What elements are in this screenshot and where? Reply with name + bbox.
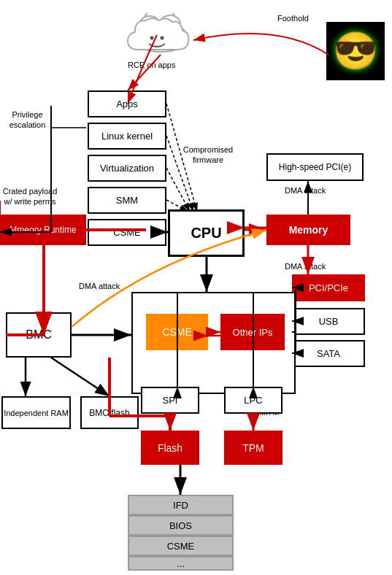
svg-point-11 bbox=[161, 36, 164, 40]
lpc-box: LPC bbox=[224, 387, 283, 414]
memory-runtime-box: Mmeory Runtime bbox=[0, 215, 86, 245]
bios-box: BIOS bbox=[128, 515, 234, 536]
high-speed-pci-box: High-speed PCI(e) bbox=[266, 153, 364, 181]
apps-box: Apps bbox=[88, 90, 166, 117]
bmc-box: BMC bbox=[6, 312, 72, 358]
memory-box: Memory bbox=[266, 215, 350, 245]
other-ips-box: Other IPs bbox=[220, 314, 285, 350]
usb-box: USB bbox=[292, 308, 365, 335]
svg-line-45 bbox=[51, 358, 109, 396]
cpu-box: CPU bbox=[168, 209, 245, 257]
dma-attack-pci-label: DMA attack bbox=[285, 261, 326, 271]
dma-attack-bmc-label: DMA attack bbox=[79, 281, 120, 291]
compromised-firmware-label: Compromisedfirmware bbox=[175, 144, 241, 166]
foothold-label: Foothold bbox=[277, 13, 309, 23]
svg-line-22 bbox=[166, 168, 190, 212]
dma-attack-memory-label: DMA attack bbox=[285, 185, 326, 196]
csme-top-box: CSME bbox=[88, 219, 166, 246]
csme-chip-box: CSME bbox=[146, 314, 208, 350]
rce-label: RCE on apps bbox=[128, 60, 175, 70]
csme-bottom-box: CSME bbox=[128, 536, 234, 556]
tpm-box: TPM bbox=[224, 431, 283, 465]
smm-box: SMM bbox=[88, 187, 166, 214]
pci-box: PCI/PCIe bbox=[292, 274, 365, 301]
linux-kernel-box: Linux kernel bbox=[88, 123, 166, 150]
svg-point-10 bbox=[150, 36, 154, 40]
spi-box: SPI bbox=[141, 387, 199, 414]
flash-box: Flash bbox=[141, 431, 199, 465]
sata-box: SATA bbox=[292, 340, 365, 367]
diagram: 😎 Foothold RCE on apps Privilegeescalati… bbox=[0, 0, 392, 575]
crated-payload-label: Crated payloadw/ write perms bbox=[1, 186, 58, 207]
ellipsis-box: ... bbox=[128, 556, 234, 571]
ifd-box: IFD bbox=[128, 495, 234, 515]
hacker-icon: 😎 bbox=[333, 30, 378, 72]
hacker-image: 😎 bbox=[326, 22, 385, 80]
cloud-shape bbox=[124, 13, 193, 57]
privilege-escalation-label: Privilegeescalation bbox=[4, 109, 51, 131]
virtualization-box: Virtualization bbox=[88, 155, 166, 182]
independent-ram-box: Independent RAM bbox=[1, 396, 71, 429]
bmc-flash-box: BMC flash bbox=[80, 396, 139, 429]
